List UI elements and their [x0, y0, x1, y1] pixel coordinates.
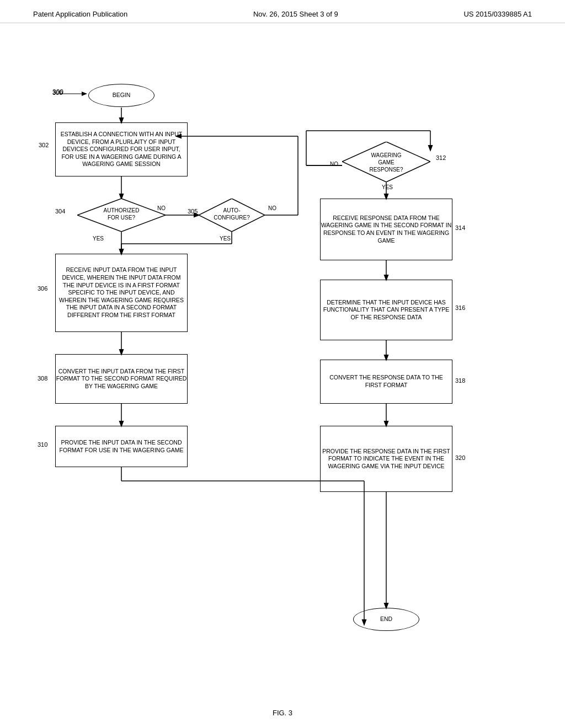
- node-314: RECEIVE RESPONSE DATA FROM THE WAGERING …: [320, 199, 452, 260]
- node-302: ESTABLISH A CONNECTION WITH AN INPUT DEV…: [55, 122, 188, 176]
- no2-label: NO: [268, 205, 276, 211]
- yes1-label: YES: [93, 235, 104, 242]
- diagram-300-label: 300: [52, 88, 63, 96]
- svg-text:FOR USE?: FOR USE?: [108, 215, 135, 221]
- node-308-label: CONVERT THE INPUT DATA FROM THE FIRST FO…: [56, 368, 187, 390]
- ref-306: 306: [38, 285, 47, 292]
- node-312: WAGERING GAME RESPONSE?: [342, 142, 430, 182]
- svg-text:CONFIGURE?: CONFIGURE?: [214, 215, 250, 221]
- end-label: END: [380, 615, 392, 623]
- flowchart-diagram: 300 BEGIN ESTABLISH A CONNECTION WITH AN…: [0, 29, 565, 707]
- ref-302: 302: [39, 142, 49, 148]
- end-node: END: [353, 608, 419, 631]
- node-310-label: PROVIDE THE INPUT DATA IN THE SECOND FOR…: [56, 439, 187, 454]
- node-320: PROVIDE THE RESPONSE DATA IN THE FIRST F…: [320, 426, 452, 492]
- svg-text:WAGERING: WAGERING: [371, 152, 401, 158]
- ref-316: 316: [455, 304, 465, 311]
- begin-node: BEGIN: [88, 84, 154, 107]
- header-left: Patent Application Publication: [33, 10, 127, 18]
- svg-text:AUTHORIZED: AUTHORIZED: [104, 207, 140, 213]
- header-center: Nov. 26, 2015 Sheet 3 of 9: [253, 10, 338, 18]
- ref-308: 308: [38, 375, 47, 382]
- node-316-label: DETERMINE THAT THE INPUT DEVICE HAS FUNC…: [321, 299, 452, 322]
- header-right: US 2015/0339885 A1: [463, 10, 532, 18]
- figure-caption: FIG. 3: [0, 709, 565, 717]
- node-306: RECEIVE INPUT DATA FROM THE INPUT DEVICE…: [55, 254, 188, 332]
- svg-text:AUTO-: AUTO-: [223, 207, 241, 213]
- node-318: CONVERT THE RESPONSE DATA TO THE FIRST F…: [320, 360, 452, 404]
- ref-304: 304: [55, 208, 65, 215]
- ref-318: 318: [455, 377, 465, 384]
- node-302-label: ESTABLISH A CONNECTION WITH AN INPUT DEV…: [56, 131, 187, 168]
- no3-label: NO: [330, 161, 338, 167]
- ref-314: 314: [455, 224, 465, 231]
- node-310: PROVIDE THE INPUT DATA IN THE SECOND FOR…: [55, 426, 188, 467]
- svg-marker-37: [82, 92, 87, 96]
- node-308: CONVERT THE INPUT DATA FROM THE FIRST FO…: [55, 354, 188, 404]
- ref-305: 305: [188, 208, 198, 215]
- node-305: AUTO- CONFIGURE?: [199, 199, 265, 232]
- 300-arrow: [60, 88, 87, 99]
- node-316: DETERMINE THAT THE INPUT DEVICE HAS FUNC…: [320, 280, 452, 340]
- no1-label: NO: [157, 205, 166, 211]
- ref-310: 310: [38, 441, 47, 448]
- begin-label: BEGIN: [113, 92, 131, 99]
- node-306-label: RECEIVE INPUT DATA FROM THE INPUT DEVICE…: [56, 266, 187, 319]
- svg-text:RESPONSE?: RESPONSE?: [369, 167, 403, 173]
- node-318-label: CONVERT THE RESPONSE DATA TO THE FIRST F…: [321, 374, 452, 389]
- yes2-label: YES: [220, 235, 231, 242]
- yes3-label: YES: [382, 184, 393, 190]
- node-304: AUTHORIZED FOR USE?: [77, 199, 166, 232]
- node-314-label: RECEIVE RESPONSE DATA FROM THE WAGERING …: [321, 215, 452, 245]
- page-header: Patent Application Publication Nov. 26, …: [0, 0, 565, 23]
- ref-320: 320: [455, 454, 465, 461]
- figure-label: FIG. 3: [273, 709, 292, 717]
- node-320-label: PROVIDE THE RESPONSE DATA IN THE FIRST F…: [321, 448, 452, 470]
- ref-312: 312: [436, 154, 446, 161]
- svg-text:GAME: GAME: [378, 159, 395, 165]
